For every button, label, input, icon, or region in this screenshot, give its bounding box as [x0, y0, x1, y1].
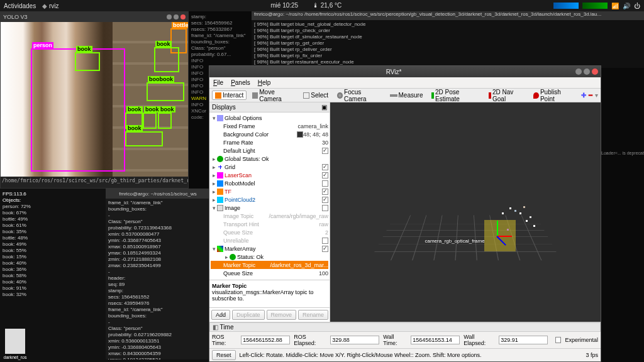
tool-interact[interactable]: Interact: [212, 90, 247, 100]
prop-queue-size[interactable]: Queue Size: [223, 229, 325, 236]
globe-icon: [217, 115, 223, 121]
reset-button[interactable]: Reset: [212, 350, 236, 360]
tool-2d-nav-goal[interactable]: 2D Nav Goal: [486, 87, 528, 104]
terminal-line: [ 98%] Built target restaurant_executor_…: [254, 59, 641, 65]
prop-transport-hint[interactable]: Transport Hint: [223, 221, 319, 228]
terminal-line: Class: "person": [108, 326, 208, 332]
bbox-book: book: [154, 47, 179, 72]
tree-global-status[interactable]: Global Status: Ok: [225, 156, 328, 162]
rviz-3d-view[interactable]: camera_rgb_optical_frame: [330, 102, 601, 322]
tree-markerarray[interactable]: MarkerArray: [225, 246, 322, 252]
terminal-line: [ 95%] Built target blue_net_global_dete…: [254, 21, 641, 28]
prop-marker-topic[interactable]: Marker Topic: [223, 262, 270, 268]
tool-select[interactable]: Select: [300, 90, 331, 100]
ros-time-label: ROS Time:: [212, 334, 237, 346]
tree-status-ok[interactable]: Status: Ok: [237, 254, 328, 260]
select-icon: [303, 92, 309, 99]
tool-publish-point[interactable]: Publish Point: [530, 87, 576, 104]
remove-display-icon[interactable]: ━: [589, 92, 592, 99]
maximize-icon[interactable]: [584, 69, 590, 75]
checkbox[interactable]: [322, 172, 328, 178]
rviz-toolbar: Interact Move Camera Select Focus Camera…: [209, 89, 601, 102]
checkbox[interactable]: [322, 180, 328, 187]
frame-label-3d: camera_rgb_optical_frame: [425, 238, 485, 244]
tool-2d-pose-estimate[interactable]: 2D Pose Estimate: [428, 87, 483, 104]
duplicate-button: Duplicate: [232, 310, 265, 320]
clock[interactable]: mié 10:25: [270, 2, 298, 9]
prop-background-color[interactable]: Background Color: [223, 131, 297, 138]
minimize-icon[interactable]: [575, 69, 582, 75]
checkbox[interactable]: [322, 189, 328, 195]
yolo-window[interactable]: YOLO V3 person bottle book book boobook …: [0, 11, 189, 189]
status-hint: Left-Click: Rotate. Middle-Click: Move X…: [240, 352, 582, 358]
terminal-line: header:: [108, 275, 208, 282]
add-display-icon[interactable]: ✚: [581, 92, 586, 99]
displays-tree[interactable]: ▾Global Options Fixed Framecamera_link B…: [209, 112, 330, 280]
toolbar-chevron-icon[interactable]: ▾: [595, 92, 598, 99]
time-panel-title[interactable]: ◧ Time: [209, 322, 601, 332]
tree-robotmodel[interactable]: RobotModel: [225, 180, 322, 187]
prop-unreliable[interactable]: Unreliable: [223, 238, 322, 244]
pointcloud-icon: [217, 197, 223, 203]
ros-elapsed-field[interactable]: [330, 336, 379, 344]
close-icon[interactable]: [592, 69, 598, 75]
menu-file[interactable]: File: [213, 79, 223, 86]
checkbox[interactable]: [322, 246, 328, 252]
yolo-titlebar[interactable]: YOLO V3: [1, 12, 188, 22]
color-swatch: [297, 131, 303, 138]
move-camera-icon: [252, 92, 258, 99]
activities-button[interactable]: Actividades: [4, 3, 36, 9]
checkbox[interactable]: [322, 197, 328, 203]
tree-grid[interactable]: Grid: [225, 164, 322, 170]
close-icon[interactable]: [180, 14, 186, 19]
minimize-icon[interactable]: [167, 14, 172, 19]
tree-image[interactable]: Image: [225, 205, 322, 211]
checkbox[interactable]: [322, 238, 328, 244]
checkbox[interactable]: [322, 164, 328, 170]
bbox-book: boobook: [147, 82, 184, 101]
prop-fixed-frame[interactable]: Fixed Frame: [223, 123, 297, 129]
menu-help[interactable]: Help: [258, 79, 271, 86]
tree-global-options[interactable]: Global Options: [225, 115, 328, 121]
experimental-checkbox[interactable]: [555, 337, 561, 343]
checkbox[interactable]: [322, 205, 328, 211]
menu-panels[interactable]: Panels: [231, 79, 250, 86]
terminal-bbox-echo[interactable]: fmrico@argo: ~/ros/ros1/sciroc_ws frame_…: [106, 189, 210, 359]
tree-laserscan[interactable]: LaserScan: [225, 172, 322, 178]
experimental-label: Experimental: [565, 337, 598, 343]
maximize-icon[interactable]: [174, 14, 179, 19]
checkbox[interactable]: [322, 148, 328, 154]
tool-focus-camera[interactable]: Focus Camera: [334, 87, 384, 104]
active-app-indicator[interactable]: ◆ rviz: [42, 3, 58, 9]
terminal-line: frame_id: "/camera_link": [108, 200, 208, 206]
terminal-line: xmax: 0.851000918967: [108, 244, 208, 250]
rename-button: Rename: [298, 310, 328, 320]
prop-frame-rate[interactable]: Frame Rate: [223, 140, 322, 146]
displays-panel-title[interactable]: Displays ▣: [209, 102, 330, 112]
tree-tf[interactable]: TF: [225, 189, 322, 195]
wall-elapsed-field[interactable]: [499, 336, 548, 344]
prop-default-light[interactable]: Default Light: [223, 148, 322, 154]
net-graph-icon: [582, 3, 608, 9]
wall-time-field[interactable]: [411, 336, 460, 344]
terminal-build[interactable]: fmrico@argo: ~/ros/ro /home/fmrico/ros/r…: [252, 11, 644, 68]
rviz-window[interactable]: RViz* File Panels Help Interact Move Cam…: [209, 65, 601, 362]
status-icons[interactable]: 📶 🔊 ⏻: [553, 3, 640, 9]
prop-image-topic[interactable]: Image Topic: [223, 213, 269, 219]
tool-measure[interactable]: Measure: [387, 90, 426, 100]
terminal-line: zmin: -0.271218882108: [108, 256, 208, 263]
ros-time-field[interactable]: [241, 336, 290, 344]
rviz-titlebar[interactable]: RViz*: [209, 66, 601, 77]
tool-move-camera[interactable]: Move Camera: [249, 87, 297, 104]
desktop-icon[interactable]: darknet_ros: [3, 329, 28, 359]
terminal-right[interactable]: Loader=... is deprecated, as: [600, 68, 644, 362]
prop-queue-size[interactable]: Queue Size: [223, 270, 319, 277]
add-button[interactable]: Add: [211, 310, 230, 320]
desktop-icon-label: darknet_ros: [4, 355, 27, 359]
panel-collapse-icon[interactable]: ▣: [321, 104, 327, 111]
yolo-path-bar: /home/fmrico/ros/ros1/sciroc_ws/src/gb_t…: [1, 177, 188, 188]
tree-pointcloud2[interactable]: PointCloud2: [225, 197, 322, 203]
terminal-line: [ 96%] Built target rp_deliver_order: [254, 47, 641, 53]
wall-time-label: Wall Time:: [383, 334, 407, 346]
terminal-line: probability: 0.627196209882: [108, 332, 208, 338]
